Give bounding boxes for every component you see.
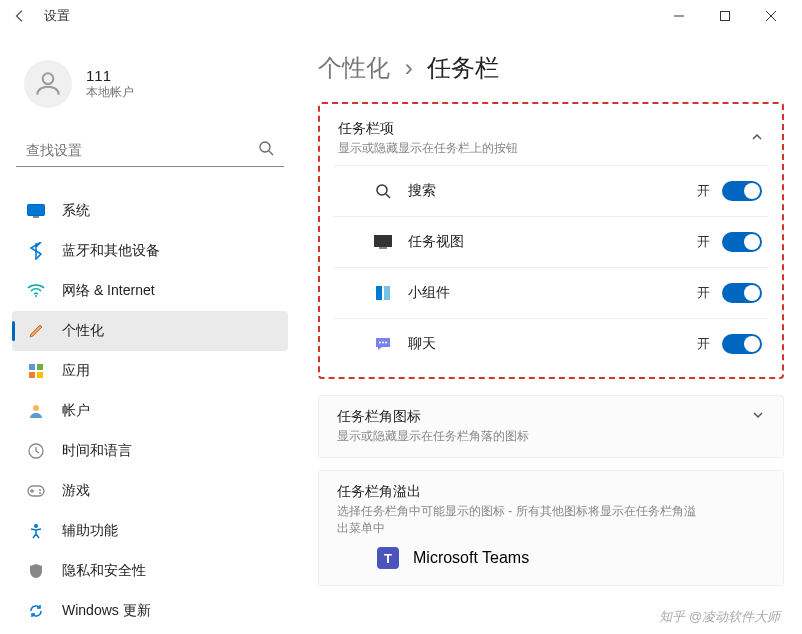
svg-line-21 (386, 194, 390, 198)
overflow-header[interactable]: 任务栏角溢出 选择任务栏角中可能显示的图标 - 所有其他图标将显示在任务栏角溢出… (337, 483, 765, 537)
teams-icon: T (377, 547, 399, 569)
nav-label: 系统 (62, 202, 90, 220)
update-icon (26, 601, 46, 621)
svg-line-6 (269, 151, 273, 155)
nav-label: 辅助功能 (62, 522, 118, 540)
nav-system[interactable]: 系统 (12, 191, 288, 231)
nav-privacy[interactable]: 隐私和安全性 (12, 551, 288, 591)
nav-label: 帐户 (62, 402, 90, 420)
nav-network[interactable]: 网络 & Internet (12, 271, 288, 311)
svg-rect-12 (29, 372, 35, 378)
toggle-chat[interactable] (722, 334, 762, 354)
person-icon (26, 401, 46, 421)
row-label: 聊天 (408, 335, 436, 353)
search-box[interactable] (16, 134, 284, 167)
svg-rect-10 (29, 364, 35, 370)
back-button[interactable] (8, 4, 32, 28)
row-chat: 聊天 开 (334, 318, 768, 369)
svg-point-4 (43, 73, 54, 84)
svg-point-27 (382, 342, 384, 344)
card-subtitle: 选择任务栏角中可能显示的图标 - 所有其他图标将显示在任务栏角溢出菜单中 (337, 503, 697, 537)
user-profile[interactable]: 111 本地帐户 (12, 52, 288, 116)
svg-point-18 (39, 492, 41, 494)
close-button[interactable] (748, 0, 794, 32)
display-icon (26, 201, 46, 221)
chevron-right-icon: › (405, 54, 413, 81)
user-name: 111 (86, 67, 134, 84)
svg-rect-1 (721, 12, 730, 21)
nav-label: 应用 (62, 362, 90, 380)
toggle-state: 开 (697, 233, 710, 251)
card-title: 任务栏角溢出 (337, 483, 697, 501)
taskbar-items-header[interactable]: 任务栏项 显示或隐藏显示在任务栏上的按钮 (334, 112, 768, 165)
minimize-button[interactable] (656, 0, 702, 32)
svg-rect-11 (37, 364, 43, 370)
svg-rect-13 (37, 372, 43, 378)
row-search: 搜索 开 (334, 165, 768, 216)
nav-label: 个性化 (62, 322, 104, 340)
nav-label: 隐私和安全性 (62, 562, 146, 580)
window-title: 设置 (44, 7, 70, 25)
svg-rect-8 (33, 216, 39, 218)
nav-gaming[interactable]: 游戏 (12, 471, 288, 511)
overflow-card: 任务栏角溢出 选择任务栏角中可能显示的图标 - 所有其他图标将显示在任务栏角溢出… (318, 470, 784, 586)
toggle-taskview[interactable] (722, 232, 762, 252)
taskbar-items-panel: 任务栏项 显示或隐藏显示在任务栏上的按钮 搜索 开 任务视图 开 (318, 102, 784, 379)
svg-point-9 (35, 295, 37, 297)
gamepad-icon (26, 481, 46, 501)
search-icon (258, 140, 274, 160)
breadcrumb-parent[interactable]: 个性化 (318, 54, 390, 81)
nav-personalization[interactable]: 个性化 (12, 311, 288, 351)
apps-icon (26, 361, 46, 381)
nav-bluetooth[interactable]: 蓝牙和其他设备 (12, 231, 288, 271)
svg-rect-24 (376, 286, 382, 300)
svg-rect-22 (375, 236, 392, 247)
row-widgets: 小组件 开 (334, 267, 768, 318)
breadcrumb-current: 任务栏 (427, 54, 499, 81)
svg-point-19 (34, 524, 38, 528)
nav-accessibility[interactable]: 辅助功能 (12, 511, 288, 551)
wifi-icon (26, 281, 46, 301)
avatar-icon (24, 60, 72, 108)
corner-icons-card: 任务栏角图标 显示或隐藏显示在任务栏角落的图标 (318, 395, 784, 458)
panel-subtitle: 显示或隐藏显示在任务栏上的按钮 (338, 140, 518, 157)
svg-rect-23 (379, 247, 387, 249)
row-taskview: 任务视图 开 (334, 216, 768, 267)
nav-label: 游戏 (62, 482, 90, 500)
svg-point-14 (33, 405, 39, 411)
search-icon (372, 180, 394, 202)
nav-label: Windows 更新 (62, 602, 151, 620)
corner-icons-header[interactable]: 任务栏角图标 显示或隐藏显示在任务栏角落的图标 (337, 408, 765, 445)
nav-label: 时间和语言 (62, 442, 132, 460)
nav-label: 蓝牙和其他设备 (62, 242, 160, 260)
breadcrumb: 个性化 › 任务栏 (318, 52, 784, 84)
nav-windows-update[interactable]: Windows 更新 (12, 591, 288, 631)
toggle-state: 开 (697, 335, 710, 353)
card-subtitle: 显示或隐藏显示在任务栏角落的图标 (337, 428, 529, 445)
nav-time-language[interactable]: 时间和语言 (12, 431, 288, 471)
app-row-teams: T Microsoft Teams (337, 537, 765, 573)
svg-point-17 (39, 489, 41, 491)
svg-point-28 (385, 342, 387, 344)
svg-rect-7 (28, 205, 45, 216)
chevron-down-icon (751, 408, 765, 426)
brush-icon (26, 321, 46, 341)
watermark: 知乎 @凌动软件大师 (659, 608, 780, 626)
nav-accounts[interactable]: 帐户 (12, 391, 288, 431)
accessibility-icon (26, 521, 46, 541)
toggle-state: 开 (697, 182, 710, 200)
maximize-button[interactable] (702, 0, 748, 32)
user-type: 本地帐户 (86, 84, 134, 101)
panel-title: 任务栏项 (338, 120, 518, 138)
search-input[interactable] (26, 142, 258, 158)
shield-icon (26, 561, 46, 581)
nav-label: 网络 & Internet (62, 282, 155, 300)
nav-apps[interactable]: 应用 (12, 351, 288, 391)
chevron-up-icon (750, 130, 764, 148)
toggle-widgets[interactable] (722, 283, 762, 303)
chat-icon (372, 333, 394, 355)
toggle-search[interactable] (722, 181, 762, 201)
bluetooth-icon (26, 241, 46, 261)
row-label: 小组件 (408, 284, 450, 302)
taskview-icon (372, 231, 394, 253)
